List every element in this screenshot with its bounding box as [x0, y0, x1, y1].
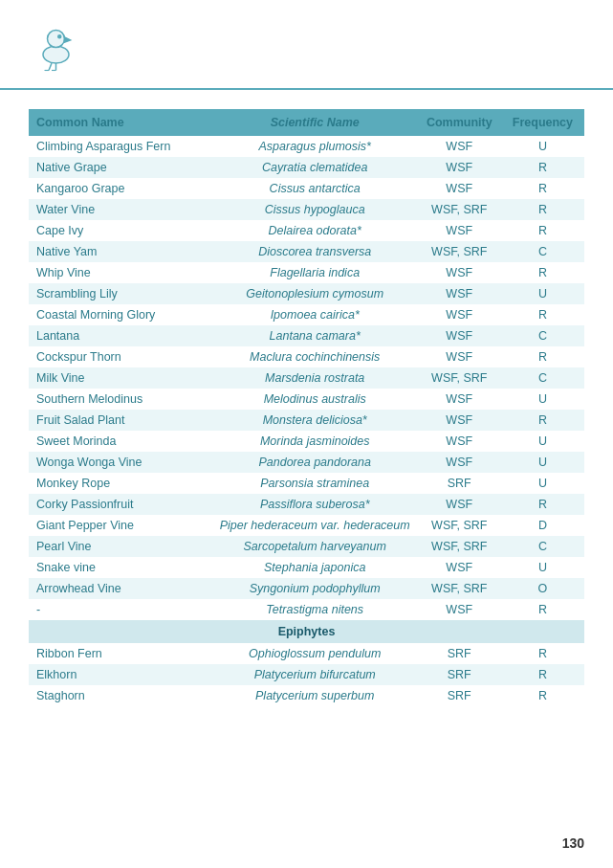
cell-scientific-name: Parsonsia straminea [212, 473, 418, 494]
cell-common-name: Sweet Morinda [29, 431, 212, 452]
table-row: Fruit Salad PlantMonstera deliciosa*WSFR [29, 410, 584, 431]
cell-community: SRF [418, 664, 501, 685]
table-row: Native GrapeCayratia clematideaWSFR [29, 157, 584, 178]
cell-scientific-name: Passiflora suberosa* [212, 494, 418, 515]
cell-community: WSF, SRF [418, 536, 501, 557]
cell-community: WSF [418, 557, 501, 578]
cell-community: WSF [418, 304, 501, 325]
cell-frequency: O [501, 578, 584, 599]
cell-frequency: C [501, 367, 584, 389]
cell-frequency: R [501, 685, 584, 706]
cell-scientific-name: Pandorea pandorana [212, 452, 418, 473]
cell-community: WSF [418, 452, 501, 473]
cell-common-name: - [29, 599, 212, 620]
table-row: Corky PassionfruitPassiflora suberosa*WS… [29, 494, 584, 515]
table-row: Southern MelodinusMelodinus australisWSF… [29, 389, 584, 410]
section-header-label: Epiphytes [29, 620, 584, 643]
cell-scientific-name: Stephania japonica [212, 557, 418, 578]
cell-scientific-name: Ophioglossum pendulum [212, 643, 418, 664]
cell-common-name: Lantana [29, 325, 212, 346]
cell-scientific-name: Flagellaria indica [212, 262, 418, 283]
cell-community: WSF [418, 136, 501, 157]
cell-scientific-name: Sarcopetalum harveyanum [212, 536, 418, 557]
cell-community: WSF, SRF [418, 578, 501, 599]
cell-community: SRF [418, 685, 501, 706]
cell-scientific-name: Monstera deliciosa* [212, 410, 418, 431]
cell-frequency: U [501, 452, 584, 473]
table-header-row: Common Name Scientific Name Community Fr… [29, 109, 584, 136]
cell-scientific-name: Piper hederaceum var. hederaceum [212, 515, 418, 536]
table-row: Native YamDioscorea transversaWSF, SRFC [29, 241, 584, 262]
cell-community: WSF [418, 283, 501, 304]
cell-scientific-name: Syngonium podophyllum [212, 578, 418, 599]
cell-community: WSF, SRF [418, 241, 501, 262]
cell-community: WSF, SRF [418, 367, 501, 389]
table-row: Cockspur ThornMaclura cochinchinensisWSF… [29, 346, 584, 367]
cell-frequency: U [501, 473, 584, 494]
cell-scientific-name: Cissus hypoglauca [212, 199, 418, 220]
cell-frequency: R [501, 664, 584, 685]
svg-point-1 [48, 31, 65, 48]
cell-scientific-name: Maclura cochinchinensis [212, 346, 418, 367]
cell-common-name: Cockspur Thorn [29, 346, 212, 367]
cell-scientific-name: Cissus antarctica [212, 178, 418, 199]
cell-community: WSF [418, 346, 501, 367]
cell-common-name: Giant Pepper Vine [29, 515, 212, 536]
cell-common-name: Water Vine [29, 199, 212, 220]
cell-scientific-name: Platycerium superbum [212, 685, 418, 706]
svg-point-3 [58, 35, 61, 38]
cell-scientific-name: Morinda jasminoides [212, 431, 418, 452]
cell-community: SRF [418, 643, 501, 664]
cell-common-name: Fruit Salad Plant [29, 410, 212, 431]
table-row: Climbing Asparagus FernAsparagus plumosi… [29, 136, 584, 157]
table-row: Water VineCissus hypoglaucaWSF, SRFR [29, 199, 584, 220]
cell-common-name: Scrambling Lily [29, 283, 212, 304]
cell-community: WSF [418, 178, 501, 199]
cell-community: WSF [418, 389, 501, 410]
cell-community: WSF, SRF [418, 199, 501, 220]
table-row: Pearl VineSarcopetalum harveyanumWSF, SR… [29, 536, 584, 557]
cell-common-name: Corky Passionfruit [29, 494, 212, 515]
table-row: Ribbon FernOphioglossum pendulumSRFR [29, 643, 584, 664]
table-row: Whip VineFlagellaria indicaWSFR [29, 262, 584, 283]
cell-common-name: Whip Vine [29, 262, 212, 283]
main-content: Common Name Scientific Name Community Fr… [0, 109, 613, 745]
cell-common-name: Cape Ivy [29, 220, 212, 241]
cell-common-name: Native Yam [29, 241, 212, 262]
cell-frequency: R [501, 157, 584, 178]
cell-common-name: Arrowhead Vine [29, 578, 212, 599]
table-row: Giant Pepper VinePiper hederaceum var. h… [29, 515, 584, 536]
cell-frequency: R [501, 262, 584, 283]
column-header-community: Community [418, 109, 501, 136]
cell-community: WSF [418, 494, 501, 515]
cell-common-name: Kangaroo Grape [29, 178, 212, 199]
cell-common-name: Coastal Morning Glory [29, 304, 212, 325]
table-row: Snake vineStephania japonicaWSFU [29, 557, 584, 578]
table-row: Coastal Morning GloryIpomoea cairica*WSF… [29, 304, 584, 325]
bird-logo-icon [29, 17, 86, 75]
section-header-epiphytes: Epiphytes [29, 620, 584, 643]
cell-scientific-name: Platycerium bifurcatum [212, 664, 418, 685]
cell-community: WSF [418, 325, 501, 346]
cell-frequency: R [501, 220, 584, 241]
cell-common-name: Snake vine [29, 557, 212, 578]
cell-frequency: R [501, 346, 584, 367]
cell-common-name: Elkhorn [29, 664, 212, 685]
cell-scientific-name: Ipomoea cairica* [212, 304, 418, 325]
table-row: ElkhornPlatycerium bifurcatumSRFR [29, 664, 584, 685]
cell-frequency: R [501, 643, 584, 664]
cell-scientific-name: Melodinus australis [212, 389, 418, 410]
cell-frequency: U [501, 283, 584, 304]
cell-frequency: R [501, 178, 584, 199]
cell-frequency: U [501, 389, 584, 410]
cell-scientific-name: Cayratia clematidea [212, 157, 418, 178]
table-row: Arrowhead VineSyngonium podophyllumWSF, … [29, 578, 584, 599]
cell-community: WSF [418, 157, 501, 178]
table-row: Wonga Wonga VinePandorea pandoranaWSFU [29, 452, 584, 473]
species-table: Common Name Scientific Name Community Fr… [29, 109, 584, 706]
cell-frequency: D [501, 515, 584, 536]
cell-common-name: Southern Melodinus [29, 389, 212, 410]
cell-common-name: Monkey Rope [29, 473, 212, 494]
table-row: Monkey RopeParsonsia stramineaSRFU [29, 473, 584, 494]
cell-community: WSF [418, 599, 501, 620]
